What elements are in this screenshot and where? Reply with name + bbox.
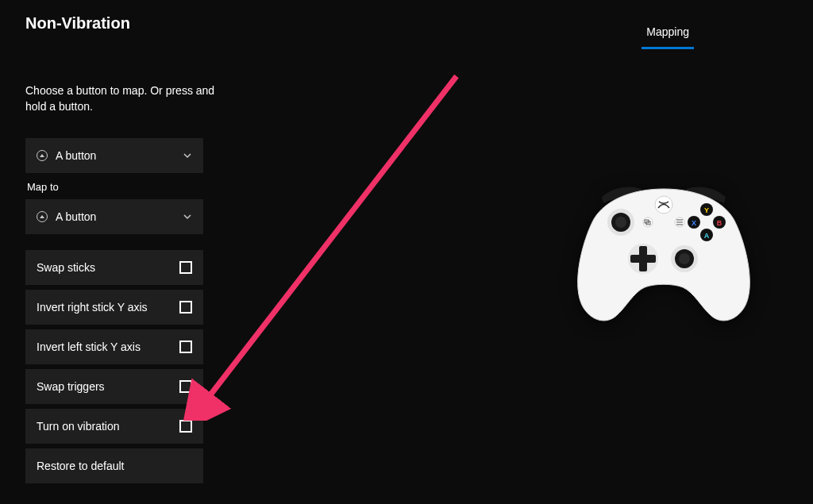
chevron-down-icon [183,151,192,160]
option-label: Invert right stick Y axis [37,301,148,314]
instruction-text: Choose a button to map. Or press and hol… [25,83,216,115]
left-panel: A button Map to A button Swap sticks Inv… [25,138,203,488]
checkbox[interactable] [179,420,192,433]
checkbox[interactable] [179,301,192,314]
source-button-label: A button [56,149,96,162]
svg-point-16 [679,253,690,264]
option-label: Swap sticks [37,261,95,274]
controller-image: A B X Y [572,171,756,330]
a-button-icon [37,150,48,161]
option-label: Invert left stick Y axis [37,340,141,353]
chevron-down-icon [183,212,192,221]
tab-mapping[interactable]: Mapping [642,19,694,46]
svg-text:Y: Y [704,206,709,214]
option-swap-triggers[interactable]: Swap triggers [25,369,203,404]
svg-point-10 [615,217,626,228]
option-swap-sticks[interactable]: Swap sticks [25,250,203,285]
source-button-dropdown[interactable]: A button [25,138,203,173]
tab-bar: Mapping [642,19,694,46]
target-button-label: A button [56,210,96,223]
option-turn-on-vibration[interactable]: Turn on vibration [25,409,203,444]
option-label: Swap triggers [37,380,105,393]
checkbox[interactable] [179,340,192,353]
restore-default-button[interactable]: Restore to default [25,448,203,483]
target-button-dropdown[interactable]: A button [25,199,203,234]
option-invert-left-stick-y[interactable]: Invert left stick Y axis [25,329,203,364]
svg-text:X: X [692,219,696,227]
svg-text:A: A [704,232,710,240]
map-to-label: Map to [27,181,203,193]
svg-line-25 [206,76,457,400]
checkbox[interactable] [179,380,192,393]
svg-rect-13 [630,255,656,263]
option-invert-right-stick-y[interactable]: Invert right stick Y axis [25,290,203,325]
svg-text:B: B [717,219,722,227]
page-title: Non-Vibration [25,14,130,33]
arrow-annotation [183,71,468,421]
option-label: Turn on vibration [37,420,120,433]
checkbox[interactable] [179,261,192,274]
a-button-icon [37,211,48,222]
